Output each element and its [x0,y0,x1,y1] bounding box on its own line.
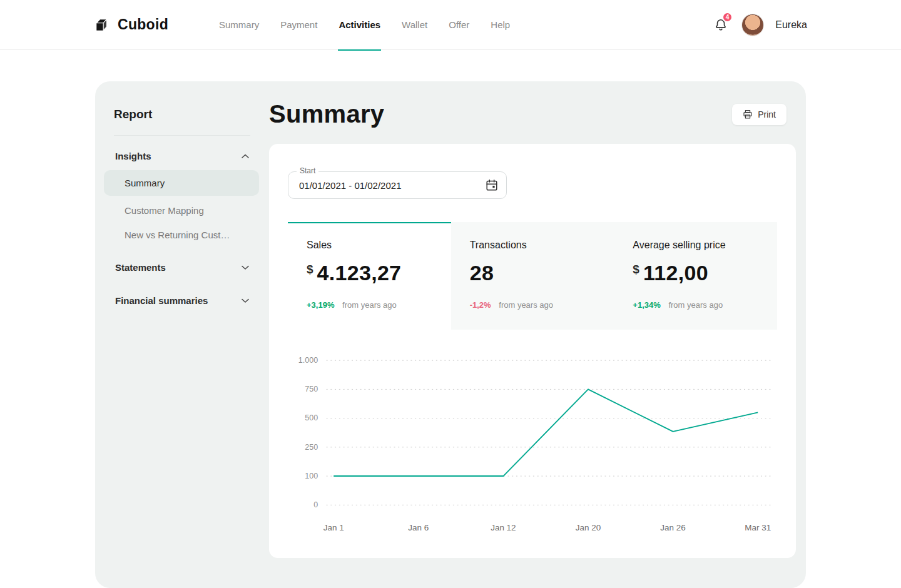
page-title: Summary [269,100,384,128]
stat-delta-row: +1,34% from years ago [633,300,758,310]
svg-text:1.000: 1.000 [298,356,318,365]
header-right: 4 Eureka [711,14,807,36]
sidebar-item-summary[interactable]: Summary [104,170,259,196]
nav-help[interactable]: Help [490,0,511,50]
sidebar-item-new-vs-returning[interactable]: New vs Returning Cust… [114,223,250,247]
sidebar-section-statements[interactable]: Statements [114,255,250,280]
sidebar-section-label: Statements [115,262,166,273]
print-button[interactable]: Print [732,104,786,125]
calendar-icon[interactable] [485,178,499,192]
stat-note: from years ago [342,300,397,310]
stat-average-selling-price[interactable]: Average selling price $ 112,00 +1,34% fr… [614,222,777,330]
nav-activities[interactable]: Activities [338,0,381,50]
sidebar-section-financial-summaries[interactable]: Financial summaries [114,288,250,313]
currency-symbol: $ [307,263,313,276]
brand-logo[interactable]: Cuboid [94,16,168,33]
user-name: Eureka [775,19,807,31]
svg-text:0: 0 [313,500,318,509]
nav-summary[interactable]: Summary [218,0,260,50]
stat-label: Transactions [470,240,596,251]
date-field-label: Start [297,166,318,175]
stat-value-row: $ 4.123,27 [307,261,432,285]
stat-transactions[interactable]: Transactions 28 -1,2% from years ago [451,222,614,330]
stat-value: 4.123,27 [317,261,402,285]
svg-text:750: 750 [305,385,318,393]
sidebar-group-insights: Insights Summary Customer Mapping New vs… [114,143,250,247]
report-panel: Report Insights Summary Customer Mapping… [95,81,806,588]
stat-sales[interactable]: Sales $ 4.123,27 +3,19% from years ago [288,222,451,330]
svg-text:Mar 31: Mar 31 [745,523,771,532]
stat-value: 112,00 [643,261,708,285]
main-header: Summary Print [269,100,796,128]
svg-text:Jan 20: Jan 20 [576,523,601,532]
stat-delta-row: +3,19% from years ago [307,300,432,310]
nav-payment[interactable]: Payment [280,0,318,50]
printer-icon [743,109,753,119]
sidebar-title: Report [114,108,250,136]
currency-symbol: $ [633,263,639,276]
main-nav: Summary Payment Activities Wallet Offer … [208,0,521,50]
notification-badge: 4 [722,12,733,23]
stat-delta-row: -1,2% from years ago [470,300,596,310]
svg-text:500: 500 [305,413,318,422]
stat-delta: -1,2% [470,300,491,310]
sales-line-chart: 01002505007501.000Jan 1Jan 6Jan 12Jan 20… [288,347,777,536]
notifications-button[interactable]: 4 [711,16,730,34]
svg-text:100: 100 [305,472,318,480]
date-range-input[interactable] [288,171,507,199]
sidebar-section-label: Insights [115,151,151,161]
print-label: Print [758,109,776,119]
stat-delta: +3,19% [307,300,334,310]
svg-text:Jan 12: Jan 12 [491,523,516,532]
nav-offer[interactable]: Offer [448,0,470,50]
cuboid-logo-icon [94,17,110,33]
sidebar-group-statements: Statements [114,255,250,280]
stat-value: 28 [470,261,494,285]
chevron-down-icon [242,265,249,270]
line-chart-svg: 01002505007501.000Jan 1Jan 6Jan 12Jan 20… [288,347,777,536]
chevron-down-icon [242,298,249,303]
svg-text:Jan 6: Jan 6 [408,523,429,532]
sidebar-section-insights[interactable]: Insights [114,143,250,169]
stat-note: from years ago [668,300,723,310]
stat-label: Sales [307,240,432,251]
sidebar-group-financial: Financial summaries [114,288,250,313]
brand-name: Cuboid [118,16,168,33]
svg-text:Jan 1: Jan 1 [323,523,344,532]
svg-text:Jan 26: Jan 26 [660,523,685,532]
svg-text:250: 250 [305,443,318,452]
stat-delta: +1,34% [633,300,660,310]
sidebar-section-label: Financial summaries [115,295,208,306]
date-range-field: Start [288,171,507,199]
nav-wallet[interactable]: Wallet [401,0,428,50]
stat-label: Average selling price [633,240,758,251]
summary-card: Start Sales $ 4.123,27 [269,144,796,558]
stat-value-row: $ 112,00 [633,261,758,285]
sidebar-item-customer-mapping[interactable]: Customer Mapping [114,198,250,223]
report-main: Summary Print Start [269,81,806,588]
report-sidebar: Report Insights Summary Customer Mapping… [95,81,269,588]
avatar[interactable] [741,14,764,36]
stats-row: Sales $ 4.123,27 +3,19% from years ago T… [288,222,777,330]
top-bar: Cuboid Summary Payment Activities Wallet… [0,0,901,50]
stat-value-row: 28 [470,261,596,285]
chevron-up-icon [242,154,249,159]
stat-note: from years ago [499,300,553,310]
